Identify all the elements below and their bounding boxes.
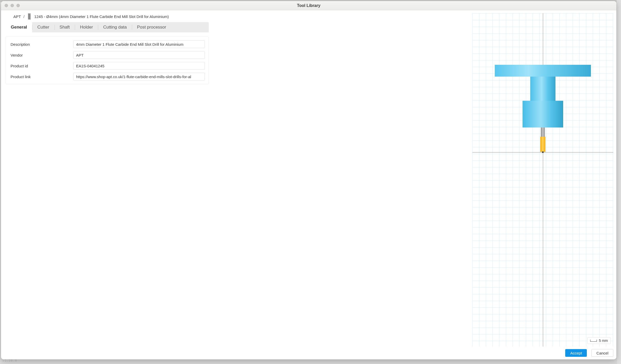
axis-vertical xyxy=(543,13,543,347)
minimize-icon[interactable] xyxy=(11,4,14,7)
cancel-button[interactable]: Cancel xyxy=(591,349,613,357)
breadcrumb-separator: / xyxy=(23,14,24,19)
zoom-icon[interactable] xyxy=(16,4,20,7)
preview-holder-neck xyxy=(530,77,555,101)
tab-post-processor[interactable]: Post processor xyxy=(132,22,171,32)
background-right-panel xyxy=(616,0,621,364)
label-vendor: Vendor xyxy=(10,53,73,57)
row-product-link: Product link xyxy=(7,71,207,82)
preview-holder-body xyxy=(523,101,563,128)
scale-label: 5 mm xyxy=(599,339,608,343)
preview-holder-flange xyxy=(495,65,591,77)
input-description[interactable] xyxy=(73,40,205,48)
row-product-id: Product id xyxy=(7,60,207,71)
dialog-content: APT / 1245 - Ø4mm (4mm Diameter 1 Flute … xyxy=(1,10,616,359)
dialog-footer: Accept Cancel xyxy=(472,347,613,358)
tab-shaft[interactable]: Shaft xyxy=(54,22,75,32)
tab-bar: General Cutter Shaft Holder Cutting data… xyxy=(6,22,209,32)
endmill-icon xyxy=(27,13,32,20)
tab-cutter[interactable]: Cutter xyxy=(32,22,54,32)
label-product-id: Product id xyxy=(10,64,73,68)
input-product-link[interactable] xyxy=(73,73,205,80)
background-version-label: v1.28.0 xyxy=(2,359,17,362)
accept-button[interactable]: Accept xyxy=(565,349,587,357)
preview-panel: 5 mm Accept Cancel xyxy=(472,10,616,359)
preview-cutter xyxy=(540,137,545,152)
label-description: Description xyxy=(10,42,73,47)
close-icon[interactable] xyxy=(5,4,8,7)
breadcrumb: APT / 1245 - Ø4mm (4mm Diameter 1 Flute … xyxy=(13,13,468,20)
label-product-link: Product link xyxy=(10,75,73,79)
breadcrumb-vendor[interactable]: APT xyxy=(13,14,21,19)
dialog-titlebar[interactable]: Tool Library xyxy=(1,1,616,10)
tab-holder[interactable]: Holder xyxy=(75,22,98,32)
tool-library-dialog: Tool Library APT / 1245 - Ø4mm (4mm Diam… xyxy=(1,1,616,359)
tool-preview-canvas[interactable]: 5 mm xyxy=(472,13,613,347)
input-vendor[interactable] xyxy=(73,51,205,59)
scale-bar-icon xyxy=(590,340,597,342)
tab-cutting-data[interactable]: Cutting data xyxy=(98,22,132,32)
form-panel: APT / 1245 - Ø4mm (4mm Diameter 1 Flute … xyxy=(1,10,472,359)
input-product-id[interactable] xyxy=(73,62,205,70)
dialog-title: Tool Library xyxy=(1,3,616,8)
general-form: Description Vendor Product id Product li… xyxy=(6,37,209,84)
scale-indicator: 5 mm xyxy=(587,337,611,344)
breadcrumb-tool-label: 1245 - Ø4mm (4mm Diameter 1 Flute Carbid… xyxy=(34,14,169,19)
tab-general[interactable]: General xyxy=(6,22,32,32)
row-description: Description xyxy=(7,39,207,50)
preview-shaft xyxy=(541,128,545,137)
preview-origin-point xyxy=(542,151,544,153)
window-controls xyxy=(1,4,20,7)
row-vendor: Vendor xyxy=(7,50,207,60)
